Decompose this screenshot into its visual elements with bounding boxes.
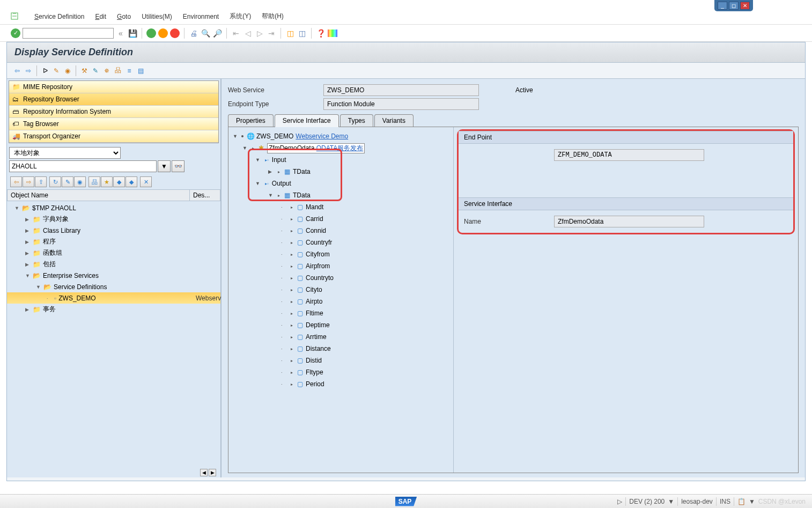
tree-node--tmp-zhaoll[interactable]: ▼📂$TMP ZHAOLL [7,202,220,213]
tree-node--[interactable]: ▶📁字典对象 [7,213,220,225]
enhance-icon[interactable]: ⚒ [79,66,89,76]
print-icon[interactable]: 🖨 [189,28,198,38]
tree-node--[interactable]: ▶📁事务 [7,304,220,315]
expander-icon[interactable]: · [281,311,287,316]
obj-set-icon[interactable]: ◆ [113,176,125,187]
expander-icon[interactable]: ▶ [25,251,31,256]
expander-icon[interactable]: ▶ [25,239,31,245]
expander-icon[interactable]: ▶ [268,169,275,174]
svc-node-countryto[interactable]: ·▸▢Countryto [230,272,452,284]
svc-node-tdata[interactable]: ▶▸▦TData [230,166,452,178]
svc-node-distid[interactable]: ·▸▢Distid [230,355,452,366]
menu-utilities[interactable]: Utilities(M) [142,13,172,20]
nav-back-icon[interactable]: ⇦ [12,66,22,76]
svc-node-fltype[interactable]: ·▸▢Fltype [230,366,452,378]
expander-icon[interactable]: ▼ [25,273,31,278]
svc-node-airpto[interactable]: ·▸▢Airpto [230,296,452,307]
activate-icon[interactable]: ✵ [102,66,112,76]
tree-node--[interactable]: ▶📁函数组 [7,247,220,259]
save-icon[interactable]: 💾 [128,28,137,38]
svc-node-fltime[interactable]: ·▸▢Fltime [230,307,452,319]
tree-node--[interactable]: ▶📁程序 [7,236,220,247]
object-list-icon[interactable]: ≡ [124,66,134,76]
check-icon[interactable]: ✎ [91,66,100,76]
tab-repository-browser[interactable]: 🗂Repository Browser [9,93,218,106]
tab-mime-repository[interactable]: 📁MIME Repository [9,81,218,93]
svc-node-period[interactable]: ·▸▢Period [230,378,452,390]
find-next-icon[interactable]: 🔎 [212,28,222,38]
svc-node-distance[interactable]: ·▸▢Distance [230,343,452,355]
local-objects-select[interactable]: 本地对象 [9,147,121,159]
menu-system[interactable]: 系统(Y) [230,12,251,21]
user-input[interactable] [9,160,157,172]
expander-icon[interactable]: · [281,287,287,292]
col-object-name[interactable]: Object Name [8,190,190,201]
expander-icon[interactable]: ▼ [268,193,275,198]
session-icon[interactable]: 📋 [737,498,745,505]
svc-node-airpfrom[interactable]: ·▸▢Airpfrom [230,260,452,272]
tree-node-enterprise-services[interactable]: ▼📂Enterprise Services [7,270,220,281]
prev-icon[interactable]: « [116,28,126,38]
display-button[interactable]: 👓 [172,160,184,172]
expander-icon[interactable]: · [281,381,287,387]
first-page-icon[interactable]: ⇤ [231,28,241,38]
svc-node-zfmdemoodata[interactable]: ▼▸✱ZfmDemoOdata ODATA服务发布 [230,142,452,154]
tree-node--[interactable]: ▶📁 包括 [7,259,220,270]
nav-fwd-icon[interactable]: ⇨ [24,66,33,76]
expander-icon[interactable]: ▶ [25,262,31,267]
svc-node-cityto[interactable]: ·▸▢Cityto [230,284,452,296]
expander-icon[interactable]: ▶ [25,307,31,312]
next-page-icon[interactable]: ▷ [255,28,264,38]
svc-node-countryfr[interactable]: ·▸▢Countryfr [230,237,452,248]
expander-icon[interactable]: · [47,296,52,301]
menu-edit[interactable]: Edit [95,13,106,20]
expander-icon[interactable]: · [281,263,287,269]
new-session-icon[interactable]: ◫ [285,28,295,38]
tree-node-class-library[interactable]: ▶📁Class Library [7,225,220,236]
svc-node-input[interactable]: ▼▸▫Input [230,154,452,166]
find-icon[interactable]: 🔍 [201,28,210,38]
expander-icon[interactable]: ▼ [255,157,262,163]
svc-node-zws-demo[interactable]: ▼🌐ZWS_DEMO Webservice Demo [230,130,452,142]
tab-types[interactable]: Types [340,114,373,127]
obj-fwd-icon[interactable]: ⇨ [23,176,34,187]
expander-icon[interactable]: ▼ [242,145,249,151]
expander-icon[interactable]: ▼ [36,284,41,290]
obj-refresh-icon[interactable]: ↻ [49,176,61,187]
last-page-icon[interactable]: ⇥ [267,28,276,38]
tree-node-service-definitions[interactable]: ▼📂Service Definitions [7,281,220,292]
tab-repository-info-system[interactable]: 🗃Repository Information System [9,106,218,118]
other-object-icon[interactable]: ◉ [63,66,72,76]
expander-icon[interactable]: · [281,358,287,363]
col-description[interactable]: Des... [190,190,220,201]
active-inactive-icon[interactable]: ✎ [51,66,61,76]
obj-back-icon[interactable]: ⇦ [10,176,22,187]
tab-variants[interactable]: Variants [374,114,414,127]
command-field[interactable] [23,28,114,39]
expander-icon[interactable]: ▼ [233,134,239,139]
expander-icon[interactable]: · [281,252,287,257]
svc-node-connid[interactable]: ·▸▢Connid [230,225,452,237]
expander-icon[interactable]: · [281,240,287,245]
expander-icon[interactable]: · [281,334,287,340]
obj-tree-icon[interactable]: 品 [88,176,100,187]
expander-icon[interactable]: · [281,216,287,222]
scroll-left-icon[interactable]: ◀ [200,469,208,476]
cancel-button[interactable] [170,28,180,38]
svc-node-tdata[interactable]: ▼▸▦TData [230,189,452,201]
svc-node-output[interactable]: ▼▸▫Output [230,178,452,189]
scroll-right-icon[interactable]: ▶ [209,469,216,476]
link[interactable]: ODATA服务发布 [316,144,364,152]
obj-fav-icon[interactable]: ★ [101,176,113,187]
expander-icon[interactable]: · [281,204,287,210]
expander-icon[interactable]: ▶ [25,217,31,222]
expander-icon[interactable]: ▼ [14,205,20,211]
obj-set2-icon[interactable]: ◆ [126,176,137,187]
expander-icon[interactable]: ▼ [255,181,262,186]
menu-service-definition[interactable]: Service Definition [34,13,84,20]
expander-icon[interactable]: · [281,228,287,233]
svc-node-carrid[interactable]: ·▸▢Carrid [230,213,452,225]
tab-transport-organizer[interactable]: 🚚Transport Organizer [9,130,218,143]
expander-icon[interactable]: ▶ [25,228,31,233]
back-button[interactable] [146,28,156,38]
